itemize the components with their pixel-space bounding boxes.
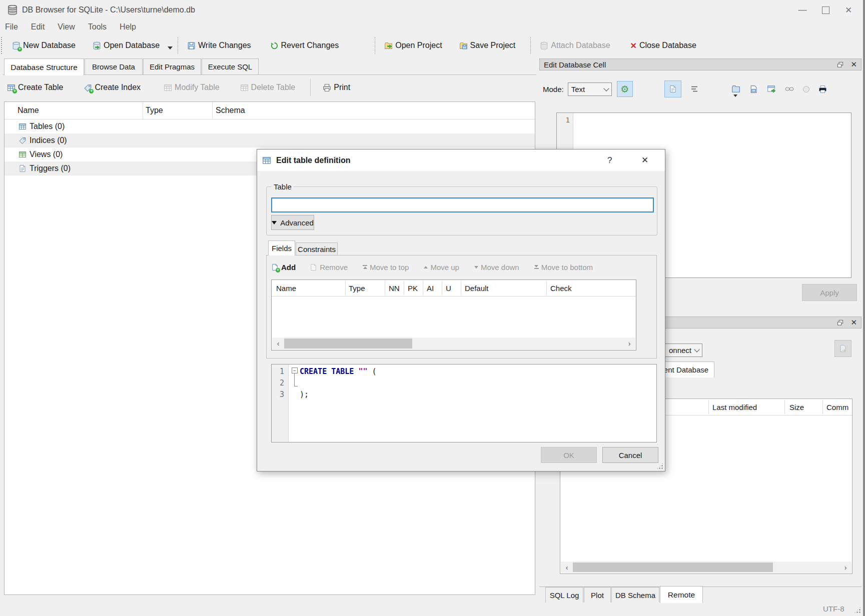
- save-project-button[interactable]: Save Project: [455, 41, 520, 50]
- remote-header-size[interactable]: Size: [789, 403, 804, 412]
- toolbar-separator: [530, 37, 531, 54]
- main-toolbar: + New Database Open Database Write Chang…: [0, 35, 865, 56]
- tab-fields[interactable]: Fields: [268, 240, 295, 256]
- menu-view[interactable]: View: [58, 22, 75, 32]
- grid-header-ai[interactable]: AI: [427, 284, 434, 292]
- export-file-icon[interactable]: [749, 85, 758, 94]
- minimize-button[interactable]: —: [791, 2, 814, 18]
- grid-header-check[interactable]: Check: [550, 284, 572, 292]
- scroll-left-icon[interactable]: ‹: [272, 340, 284, 348]
- close-panel-icon[interactable]: ✕: [850, 318, 857, 327]
- dialog-title-bar[interactable]: Edit table definition ? ✕: [257, 150, 665, 171]
- tab-db-schema[interactable]: DB Schema: [611, 587, 659, 602]
- views-icon: [19, 150, 27, 158]
- open-project-button[interactable]: Open Project: [380, 41, 446, 50]
- scroll-left-icon[interactable]: ‹: [561, 564, 573, 572]
- scrollbar-thumb[interactable]: [573, 562, 773, 572]
- open-database-dropdown-arrow-icon[interactable]: [168, 46, 173, 50]
- scroll-right-icon[interactable]: ›: [623, 340, 635, 348]
- fields-grid[interactable]: Name Type NN PK AI U Default Check ‹ ›: [271, 280, 636, 350]
- advanced-toggle-button[interactable]: Advanced: [271, 215, 314, 230]
- dialog-resize-grip[interactable]: [656, 462, 664, 470]
- grid-header-default[interactable]: Default: [465, 284, 489, 292]
- grid-header-u[interactable]: U: [446, 284, 451, 292]
- tab-plot[interactable]: Plot: [584, 587, 611, 602]
- menu-file[interactable]: File: [5, 22, 18, 32]
- toolbar-separator: [178, 37, 178, 54]
- scrollbar-thumb[interactable]: [284, 338, 412, 348]
- new-database-icon: +: [12, 42, 21, 50]
- grid-header-name[interactable]: Name: [276, 284, 296, 292]
- save-project-icon: [459, 42, 468, 50]
- tree-item-tables[interactable]: Tables (0): [5, 120, 535, 134]
- new-database-button[interactable]: + New Database: [8, 41, 80, 50]
- help-button[interactable]: ?: [607, 156, 612, 166]
- tree-item-indices[interactable]: Indices (0): [5, 134, 535, 148]
- indices-icon: [19, 136, 27, 144]
- import-file-icon[interactable]: [731, 84, 740, 94]
- create-table-button[interactable]: + Create Table: [7, 83, 63, 92]
- table-name-input[interactable]: [271, 198, 654, 212]
- float-panel-icon[interactable]: [837, 320, 843, 326]
- menu-tools[interactable]: Tools: [88, 22, 107, 32]
- delete-table-button: Delete Table: [240, 83, 296, 92]
- open-database-icon: [93, 42, 101, 50]
- gear-icon: ⚙: [620, 84, 629, 94]
- close-icon: ✕: [845, 5, 852, 16]
- toolbar-separator: [375, 37, 375, 54]
- ok-button: OK: [541, 447, 597, 463]
- grid-header-type[interactable]: Type: [349, 284, 365, 292]
- menu-help[interactable]: Help: [120, 22, 136, 32]
- print-icon: [323, 84, 331, 92]
- remote-header-commit[interactable]: Comm: [826, 403, 848, 412]
- grid-header-pk[interactable]: PK: [408, 284, 418, 292]
- scroll-right-icon[interactable]: ›: [839, 564, 851, 572]
- maximize-button[interactable]: [814, 2, 837, 18]
- tree-header-schema[interactable]: Schema: [216, 106, 245, 115]
- window-resize-grip[interactable]: [853, 606, 861, 614]
- tree-header-type[interactable]: Type: [146, 106, 163, 115]
- title-bar: DB Browser for SQLite - C:\Users\turne\d…: [0, 0, 865, 20]
- print-cell-icon[interactable]: [818, 85, 827, 94]
- structure-toolbar-separator: [310, 79, 311, 96]
- maximize-icon: [822, 6, 829, 14]
- write-changes-button[interactable]: Write Changes: [183, 41, 255, 50]
- import-data-button[interactable]: ⚙: [617, 81, 633, 97]
- apply-button: Apply: [802, 284, 857, 301]
- tab-database-structure[interactable]: Database Structure: [4, 58, 84, 76]
- tab-browse-data[interactable]: Browse Data: [85, 58, 143, 74]
- table-group-label: Table: [272, 182, 294, 191]
- dialog-close-button[interactable]: ✕: [641, 155, 648, 166]
- tree-header-name[interactable]: Name: [18, 106, 39, 115]
- menu-edit[interactable]: Edit: [31, 22, 45, 32]
- link-icon[interactable]: [785, 84, 794, 94]
- revert-changes-button[interactable]: Revert Changes: [266, 41, 343, 50]
- tab-constraints[interactable]: Constraints: [296, 242, 338, 256]
- dialog-title: Edit table definition: [276, 156, 350, 165]
- toolbar-drag-handle[interactable]: [1, 37, 5, 54]
- create-index-button[interactable]: + Create Index: [84, 83, 141, 92]
- tab-remote[interactable]: Remote: [660, 586, 703, 603]
- close-database-button[interactable]: ✕ Close Database: [626, 41, 700, 50]
- open-in-window-icon[interactable]: [767, 84, 776, 94]
- print-button[interactable]: Print: [323, 83, 350, 92]
- tab-sql-log[interactable]: SQL Log: [545, 587, 583, 602]
- text-mode-button[interactable]: [664, 80, 681, 98]
- chevron-down-icon: [603, 86, 609, 91]
- close-button[interactable]: ✕: [837, 2, 860, 18]
- close-panel-icon[interactable]: ✕: [850, 60, 857, 69]
- mode-select[interactable]: Text: [568, 82, 612, 96]
- remote-table-hscrollbar[interactable]: ‹ ›: [561, 562, 851, 573]
- write-changes-icon: [187, 42, 196, 50]
- float-panel-icon[interactable]: [837, 62, 843, 68]
- word-wrap-icon[interactable]: [690, 85, 698, 93]
- fields-grid-hscrollbar[interactable]: ‹ ›: [272, 338, 635, 350]
- cancel-button[interactable]: Cancel: [602, 447, 658, 463]
- tab-edit-pragmas[interactable]: Edit Pragmas: [143, 58, 201, 74]
- add-field-button[interactable]: + Add: [271, 263, 296, 272]
- grid-header-nn[interactable]: NN: [389, 284, 400, 292]
- tab-execute-sql[interactable]: Execute SQL: [202, 58, 259, 74]
- open-database-button[interactable]: Open Database: [89, 41, 164, 50]
- structure-toolbar: + Create Table + Create Index Modify Tab…: [7, 78, 350, 96]
- remote-header-last-modified[interactable]: Last modified: [712, 403, 757, 412]
